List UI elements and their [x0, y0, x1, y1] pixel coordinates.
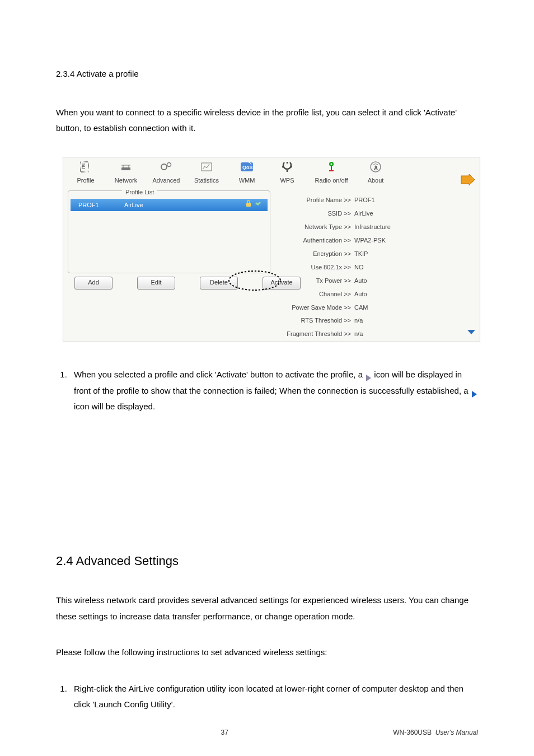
paragraph: This wireless network card provides seve… [56, 592, 478, 624]
about-icon: A [355, 161, 396, 173]
detail-value: TKIP [351, 248, 368, 260]
lock-icon [245, 199, 252, 211]
toolbar-next-icon[interactable] [458, 174, 477, 186]
detail-key: Power Save Mode >> [280, 302, 351, 314]
tab-label: Profile [65, 175, 106, 186]
detail-value: AirLive [351, 208, 373, 220]
tab-statistics[interactable]: Statistics [186, 161, 227, 186]
tab-network[interactable]: Network [106, 161, 146, 186]
profile-action-buttons: Add Edit Delete Activate [63, 273, 275, 294]
delete-button[interactable]: Delete [200, 277, 238, 290]
edit-button[interactable]: Edit [137, 277, 175, 290]
svg-point-3 [161, 164, 167, 170]
detail-key: Profile Name >> [280, 194, 351, 206]
handshake-icon [254, 199, 262, 211]
svg-rect-5 [202, 163, 212, 171]
profile-icon: P [65, 161, 106, 173]
page-footer: 37 WN-360USB User's Manual [56, 726, 478, 739]
list-item: Right-click the AirLive configuration ut… [69, 681, 478, 713]
profile-row-selected[interactable]: PROF1 AirLive [71, 199, 268, 211]
detail-value: NO [351, 262, 364, 273]
detail-key: Encryption >> [280, 248, 351, 260]
list-item: When you selected a profile and click 'A… [69, 367, 478, 415]
svg-rect-2 [121, 167, 130, 170]
qos-icon: QoS [227, 161, 267, 173]
profile-ssid-cell: AirLive [124, 199, 245, 211]
subsection-title: 2.3.4 Activate a profile [56, 66, 478, 82]
tab-label: Statistics [186, 175, 227, 186]
tab-wps[interactable]: WPS [267, 161, 307, 186]
gear-icon [146, 161, 186, 173]
tab-label: WPS [267, 175, 307, 186]
detail-key: Fragment Threshold >> [280, 328, 351, 340]
detail-key: Use 802.1x >> [280, 262, 351, 273]
list-text: Right-click the AirLive configuration ut… [74, 684, 463, 710]
svg-point-4 [167, 162, 171, 166]
tab-wmm[interactable]: QoS WMM [227, 161, 267, 186]
tab-profile[interactable]: P Profile [65, 161, 106, 186]
list-text: icon will be displayed. [74, 402, 155, 411]
radio-icon [307, 161, 355, 173]
profile-name-cell: PROF1 [71, 199, 124, 211]
manual-label: WN-360USB User's Manual [393, 726, 478, 739]
tab-label: WMM [227, 175, 267, 186]
detail-value: CAM [351, 302, 368, 314]
tab-radio[interactable]: Radio on/off [307, 161, 355, 186]
expand-down-icon[interactable] [466, 328, 476, 339]
add-button[interactable]: Add [74, 277, 113, 290]
intro-paragraph: When you want to connect to a specific w… [56, 105, 478, 137]
section-title: 2.4 Advanced Settings [56, 549, 478, 573]
arrow-gray-icon [365, 371, 372, 379]
profile-list-legend: Profile List [122, 186, 157, 198]
detail-value: Auto [351, 275, 367, 287]
svg-text:QoS: QoS [242, 165, 253, 170]
page-number: 37 [221, 726, 228, 739]
detail-key: Authentication >> [280, 235, 351, 246]
svg-point-9 [331, 163, 332, 165]
detail-key: Network Type >> [280, 221, 351, 233]
tab-label: Network [106, 175, 146, 186]
profile-list-group: Profile List PROF1 AirLive [68, 190, 270, 273]
detail-key: RTS Threshold >> [280, 315, 351, 326]
profile-detail-pane: Profile Name >>PROF1 SSID >>AirLive Netw… [275, 189, 480, 342]
wps-icon [267, 161, 307, 173]
detail-value: n/a [351, 328, 363, 340]
svg-text:P: P [82, 164, 85, 169]
tab-about[interactable]: A About [355, 161, 396, 186]
detail-value: Auto [351, 288, 367, 300]
arrow-blue-icon [471, 388, 477, 395]
app-screenshot: P Profile Network Advanced Sta [63, 157, 480, 343]
list-text: When you selected a profile and click 'A… [74, 370, 365, 379]
detail-key: Channel >> [280, 288, 351, 300]
svg-rect-12 [246, 203, 251, 207]
network-icon [106, 161, 146, 173]
detail-value: n/a [351, 315, 363, 326]
detail-key: SSID >> [280, 208, 351, 220]
detail-value: WPA2-PSK [351, 235, 386, 246]
svg-text:A: A [374, 165, 378, 171]
tab-label: Advanced [146, 175, 186, 186]
activate-button[interactable]: Activate [263, 277, 301, 290]
tab-label: About [355, 175, 396, 186]
paragraph: Please follow the following instructions… [56, 645, 478, 661]
tab-advanced[interactable]: Advanced [146, 161, 186, 186]
toolbar: P Profile Network Advanced Sta [63, 157, 480, 190]
statistics-icon [186, 161, 227, 173]
tab-label: Radio on/off [307, 175, 355, 186]
detail-value: Infrastructure [351, 221, 391, 233]
detail-value: PROF1 [351, 194, 375, 206]
